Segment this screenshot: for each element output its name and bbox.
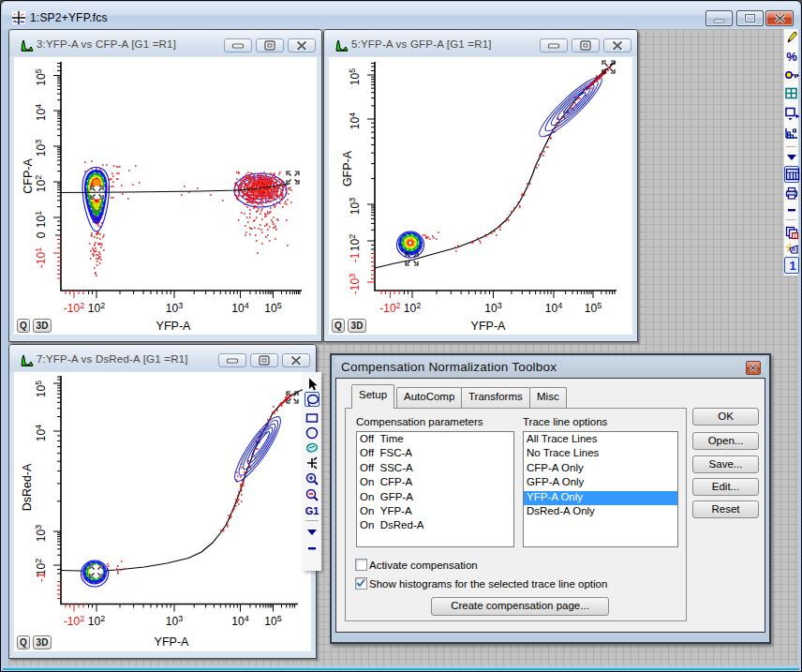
svg-text:0: 0 [35, 231, 48, 238]
svg-text:103: 103 [484, 301, 501, 315]
svg-text:102: 102 [348, 234, 362, 251]
svg-text:YFP-A: YFP-A [471, 320, 506, 333]
svg-text:-102: -102 [379, 301, 400, 315]
svg-text:%: % [786, 50, 797, 64]
svg-text:YFP-A: YFP-A [155, 635, 189, 649]
svg-text:-1: -1 [349, 252, 362, 262]
svg-text:1: 1 [794, 232, 797, 239]
svg-text:CFP-A: CFP-A [22, 158, 35, 194]
svg-text:-102: -102 [64, 614, 84, 628]
svg-text:102: 102 [88, 614, 105, 628]
svg-text:104: 104 [545, 301, 562, 315]
svg-text:G1: G1 [305, 505, 319, 516]
svg-text:105: 105 [264, 614, 281, 628]
svg-text:104: 104 [348, 112, 362, 129]
svg-text:103: 103 [166, 614, 183, 628]
svg-text:103: 103 [166, 301, 183, 315]
svg-text:104: 104 [231, 614, 248, 628]
svg-text:YFP-A: YFP-A [156, 320, 191, 333]
svg-text:-102: -102 [64, 301, 84, 315]
svg-text:-103: -103 [348, 274, 362, 294]
svg-text:105: 105 [264, 301, 281, 315]
svg-text:105: 105 [585, 301, 602, 315]
svg-text:103: 103 [348, 198, 362, 215]
svg-text:105: 105 [34, 381, 48, 397]
svg-text:102: 102 [34, 175, 48, 192]
svg-text:104: 104 [34, 104, 48, 121]
svg-text:105: 105 [348, 68, 362, 85]
svg-text:103: 103 [34, 525, 48, 542]
svg-text:103: 103 [34, 140, 48, 157]
svg-text:101: 101 [34, 211, 48, 228]
svg-text:DsRed-A: DsRed-A [21, 463, 34, 511]
svg-text:105: 105 [34, 68, 48, 85]
svg-text:104: 104 [231, 301, 248, 315]
svg-text:102: 102 [404, 301, 421, 315]
svg-text:102: 102 [88, 301, 105, 315]
svg-text:104: 104 [34, 425, 48, 441]
svg-text:GFP-A: GFP-A [341, 150, 354, 187]
svg-text:1: 1 [789, 259, 795, 273]
svg-text:-101: -101 [34, 247, 48, 268]
svg-text:-1: -1 [35, 572, 48, 582]
